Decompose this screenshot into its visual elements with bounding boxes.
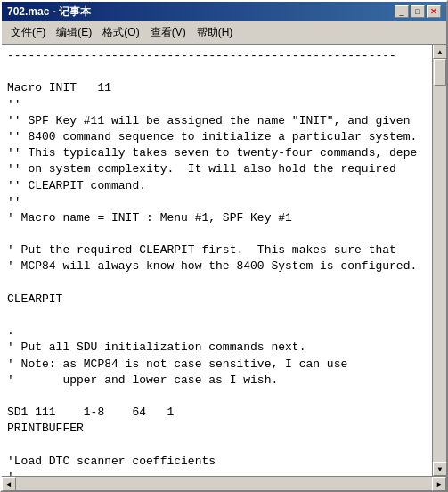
format-menu[interactable]: 格式(O) [97,23,144,42]
vertical-scrollbar: ▲ ▼ [432,45,446,476]
horizontal-scrollbar: ◄ ► [2,476,446,490]
view-menu[interactable]: 查看(V) [145,23,191,42]
scroll-up-button[interactable]: ▲ [433,45,446,59]
scroll-thumb-vertical[interactable] [434,59,446,86]
content-area: ----------------------------------------… [2,45,446,476]
scroll-down-button[interactable]: ▼ [433,462,446,476]
scroll-left-button[interactable]: ◄ [2,477,16,491]
maximize-button[interactable]: □ [411,5,425,18]
bottom-area: ◄ ► [2,476,446,490]
file-menu[interactable]: 文件(F) [5,23,51,42]
text-editor[interactable]: ----------------------------------------… [2,45,432,476]
edit-menu[interactable]: 编辑(E) [51,23,97,42]
window-title: 702.mac - 记事本 [7,4,91,20]
main-window: 702.mac - 记事本 _ □ ✕ 文件(F) 编辑(E) 格式(O) 查看… [0,0,448,492]
scroll-track-horizontal[interactable] [16,477,432,490]
menu-bar: 文件(F) 编辑(E) 格式(O) 查看(V) 帮助(H) [2,21,446,45]
scroll-track-vertical[interactable] [433,59,446,462]
scroll-right-button[interactable]: ► [432,477,446,491]
help-menu[interactable]: 帮助(H) [191,23,239,42]
minimize-button[interactable]: _ [395,5,409,18]
close-button[interactable]: ✕ [427,5,441,18]
title-bar: 702.mac - 记事本 _ □ ✕ [2,2,446,21]
title-bar-buttons: _ □ ✕ [395,5,441,18]
